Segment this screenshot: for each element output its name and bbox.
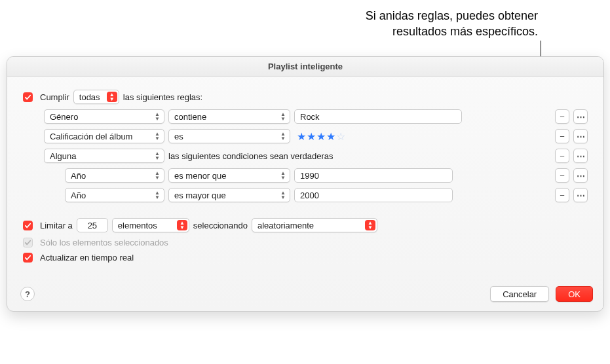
rule-options-button[interactable] bbox=[573, 149, 588, 163]
rule-operator-popup[interactable]: contiene ▲▼ bbox=[168, 109, 290, 124]
rule-row: Género ▲▼ contiene ▲▼ Rock bbox=[44, 109, 588, 124]
remove-rule-button[interactable] bbox=[555, 109, 569, 124]
rule-field-popup[interactable]: Año ▲▼ bbox=[65, 188, 164, 202]
match-scope-popup[interactable]: todas ▲▼ bbox=[73, 90, 119, 104]
star-icon: ★ bbox=[307, 130, 316, 143]
rule-options-button[interactable] bbox=[573, 109, 588, 124]
limit-count-field[interactable]: 25 bbox=[77, 218, 108, 232]
rule-value-field[interactable]: Rock bbox=[294, 109, 462, 124]
nested-suffix-label: las siguientes condiciones sean verdader… bbox=[168, 151, 334, 161]
limit-middle-label: seleccionando bbox=[193, 221, 248, 230]
remove-rule-button[interactable] bbox=[555, 149, 569, 163]
help-button[interactable]: ? bbox=[20, 287, 35, 301]
ok-button[interactable]: OK bbox=[556, 286, 593, 302]
star-icon: ★ bbox=[316, 130, 326, 143]
rule-options-button[interactable] bbox=[573, 168, 588, 183]
cancel-button[interactable]: Cancelar bbox=[490, 286, 549, 302]
limit-unit-popup[interactable]: elementos ▲▼ bbox=[112, 218, 189, 232]
rule-field-popup[interactable]: Calificación del álbum ▲▼ bbox=[44, 129, 164, 143]
star-icon: ☆ bbox=[336, 130, 345, 143]
rule-row: Año ▲▼ es menor que ▲▼ 1990 bbox=[65, 168, 588, 183]
updown-icon: ▲▼ bbox=[152, 190, 162, 200]
updown-icon: ▲▼ bbox=[278, 170, 288, 181]
updown-icon: ▲▼ bbox=[152, 170, 162, 181]
rule-options-button[interactable] bbox=[573, 129, 588, 143]
smart-playlist-window: Playlist inteligente Cumplir todas ▲▼ la… bbox=[7, 56, 604, 312]
rule-operator-popup[interactable]: es ▲▼ bbox=[168, 129, 290, 143]
limit-row: Limitar a 25 elementos ▲▼ seleccionando … bbox=[23, 218, 588, 232]
rule-field-popup[interactable]: Año ▲▼ bbox=[65, 168, 164, 183]
rating-stars[interactable]: ★ ★ ★ ★ ☆ bbox=[294, 130, 345, 143]
rule-options-button[interactable] bbox=[573, 188, 588, 202]
updown-icon: ▲▼ bbox=[152, 111, 162, 122]
star-icon: ★ bbox=[326, 130, 335, 143]
only-selected-checkbox bbox=[23, 238, 33, 247]
match-row: Cumplir todas ▲▼ las siguientes reglas: bbox=[23, 90, 588, 104]
star-icon: ★ bbox=[297, 130, 306, 143]
only-selected-label: Sólo los elementos seleccionados bbox=[40, 238, 168, 247]
rule-value-field[interactable]: 2000 bbox=[294, 188, 453, 202]
match-suffix-label: las siguientes reglas: bbox=[123, 92, 202, 102]
updown-icon: ▲▼ bbox=[278, 190, 288, 200]
window-title: Playlist inteligente bbox=[7, 57, 603, 77]
match-checkbox[interactable] bbox=[23, 92, 33, 102]
live-update-label: Actualizar en tiempo real bbox=[40, 253, 134, 263]
remove-rule-button[interactable] bbox=[555, 188, 569, 202]
limit-prefix-label: Limitar a bbox=[40, 221, 73, 230]
rule-row: Calificación del álbum ▲▼ es ▲▼ ★ ★ ★ ★ … bbox=[44, 129, 588, 143]
rule-operator-popup[interactable]: es mayor que ▲▼ bbox=[168, 188, 290, 202]
dialog-footer: ? Cancelar OK bbox=[7, 280, 603, 311]
live-update-row: Actualizar en tiempo real bbox=[23, 253, 588, 263]
limit-method-popup[interactable]: aleatoriamente ▲▼ bbox=[252, 218, 377, 232]
updown-icon: ▲▼ bbox=[365, 220, 375, 230]
rule-value-field[interactable]: 1990 bbox=[294, 168, 453, 183]
updown-icon: ▲▼ bbox=[152, 131, 162, 141]
nested-scope-popup[interactable]: Alguna ▲▼ bbox=[44, 149, 164, 163]
live-update-checkbox[interactable] bbox=[23, 253, 33, 263]
rule-field-popup[interactable]: Género ▲▼ bbox=[44, 109, 164, 124]
updown-icon: ▲▼ bbox=[278, 131, 288, 141]
updown-icon: ▲▼ bbox=[278, 111, 288, 122]
match-prefix-label: Cumplir bbox=[40, 92, 69, 102]
rule-operator-popup[interactable]: es menor que ▲▼ bbox=[168, 168, 290, 183]
nested-group-header: Alguna ▲▼ las siguientes condiciones sea… bbox=[44, 149, 588, 163]
limit-checkbox[interactable] bbox=[23, 221, 33, 230]
rule-row: Año ▲▼ es mayor que ▲▼ 2000 bbox=[65, 188, 588, 202]
help-callout: Si anidas reglas, puedes obtener resulta… bbox=[366, 8, 538, 40]
remove-rule-button[interactable] bbox=[555, 129, 569, 143]
updown-icon: ▲▼ bbox=[177, 220, 187, 230]
updown-icon: ▲▼ bbox=[107, 92, 117, 102]
only-selected-row: Sólo los elementos seleccionados bbox=[23, 238, 588, 247]
remove-rule-button[interactable] bbox=[555, 168, 569, 183]
updown-icon: ▲▼ bbox=[152, 151, 162, 161]
